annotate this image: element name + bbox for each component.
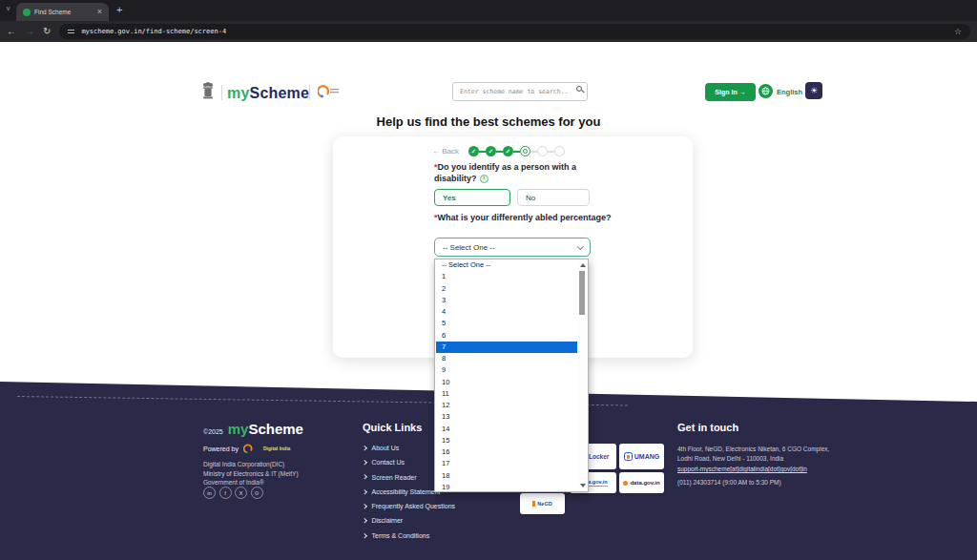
bookmark-star-icon[interactable]: ☆ [954,27,962,36]
dropdown-option[interactable]: 11 [436,388,577,400]
browser-tab[interactable]: Find Scheme × [16,3,109,21]
dropdown-option[interactable]: 2 [436,283,577,295]
national-emblem-icon [201,82,215,105]
instagram-icon[interactable]: ⊙ [251,487,263,499]
theme-toggle-button[interactable]: ☀ [805,82,822,99]
back-link[interactable]: ← Back [432,147,459,156]
dropdown-option[interactable]: 19 [436,482,577,493]
scheme-search [452,80,588,99]
chevron-right-icon [362,504,366,508]
url-bar[interactable]: myscheme.gov.in/find-scheme/screen-4 ☆ [59,24,970,39]
quick-link[interactable]: Frequently Asked Questions [363,503,455,509]
footer-org-line: Ministry of Electronics & IT (MeitY) [203,469,299,479]
forward-icon[interactable]: → [25,27,34,36]
quick-link[interactable]: Terms & Conditions [363,532,455,539]
percentage-select[interactable]: -- Select One -- [434,238,591,257]
contact-address: 4th Floor, NeGD, Electronics Niketan, 6 … [677,445,829,464]
language-globe-icon[interactable] [759,84,773,98]
facebook-icon[interactable]: f [219,487,232,499]
footer-org-lines: Digital India Corporation(DIC)Ministry o… [203,460,299,487]
url-text[interactable]: myscheme.gov.in/find-scheme/screen-4 [81,28,947,35]
search-input[interactable] [452,82,588,101]
dropdown-option[interactable]: 9 [436,364,577,376]
step-connector [496,151,503,153]
step-connector [530,151,537,153]
step-connector [479,151,486,153]
site-favicon-icon [23,9,31,16]
reload-icon[interactable]: ↻ [43,27,51,36]
step-4-current [520,146,530,156]
contact-phone: (011) 24303714 (9:00 AM to 5:30 PM) [677,479,781,486]
yes-button[interactable]: Yes [434,189,510,206]
dropdown-option[interactable]: 1 [436,271,577,282]
dropdown-scrollbar[interactable] [578,260,587,490]
page-title: Help us find the best schemes for you [0,114,977,129]
scroll-down-icon[interactable] [580,484,586,487]
question-disability: *Do you identify as a person with a disa… [434,162,615,184]
header-divider [221,85,222,100]
negd-logo-card[interactable]: NeGD [520,493,565,514]
powered-by: Powered by Digital India [203,443,290,455]
dropdown-option[interactable]: 14 [436,424,577,435]
social-links: infX⊙ [203,487,263,499]
browser-toolbar: ← → ↻ myscheme.gov.in/find-scheme/screen… [0,21,977,42]
step-5-todo [537,146,548,156]
footer-myscheme-logo[interactable]: myScheme [228,421,303,437]
digital-india-logo-icon [243,443,259,455]
quick-link[interactable]: Disclaimer [363,517,455,524]
data-gov-logo-card[interactable]: data.gov.in [619,472,664,493]
chevron-right-icon [362,446,366,450]
dropdown-option[interactable]: -- Select One -- [436,259,577,271]
site-info-icon[interactable] [68,29,74,35]
percentage-dropdown: -- Select One --123456789101112131415161… [434,259,589,492]
dropdown-option[interactable]: 12 [436,400,577,411]
dropdown-option[interactable]: 8 [436,353,577,364]
dropdown-option[interactable]: 15 [436,435,577,446]
language-selector[interactable]: English [777,88,802,96]
progress-stepper [468,146,565,156]
browser-window: ∨ Find Scheme × + ← → ↻ myscheme.gov.in/… [0,0,977,560]
dropdown-option[interactable]: 4 [436,306,577,318]
chevron-right-icon [362,519,366,524]
step-2-done [486,146,496,156]
x-icon[interactable]: X [235,487,247,499]
new-tab-button[interactable]: + [116,4,122,15]
myscheme-logo[interactable]: myScheme [227,85,309,102]
dropdown-option[interactable]: 10 [436,377,577,388]
tab-close-icon[interactable]: × [97,8,102,16]
quick-links-heading: Quick Links [363,422,422,433]
tab-title: Find Scheme [34,9,94,15]
tab-search-chevron-icon[interactable]: ∨ [6,5,10,12]
header-divider [309,85,310,100]
digital-india-wordmark: Digital India [263,446,290,452]
step-1-done [468,146,479,156]
digital-india-logo-icon [318,84,341,103]
search-icon[interactable] [576,86,582,92]
dropdown-option[interactable]: 16 [436,446,577,458]
dropdown-option[interactable]: 3 [436,295,577,306]
back-icon[interactable]: ← [7,27,16,36]
contact-email-link[interactable]: support-myscheme[at]digitalindia[dot]gov… [677,466,807,472]
dropdown-option[interactable]: 5 [436,318,577,329]
chevron-right-icon [362,475,366,480]
select-value: -- Select One -- [443,243,495,252]
scroll-up-icon[interactable] [580,263,586,267]
scrollbar-thumb[interactable] [579,271,585,315]
dropdown-option[interactable]: 13 [436,411,577,423]
sign-in-button[interactable]: Sign In → [705,83,756,101]
get-in-touch-heading: Get in touch [677,422,738,433]
dropdown-option[interactable]: 7 [436,342,577,353]
linkedin-icon[interactable]: in [203,487,216,499]
footer-org-line: Digital India Corporation(DIC) [203,460,299,469]
dropdown-option[interactable]: 6 [436,330,577,342]
umang-logo-card[interactable]: UMANG [619,444,664,469]
no-button[interactable]: No [517,189,590,206]
chevron-right-icon [362,460,366,465]
info-icon[interactable]: i [480,175,488,183]
step-connector [513,151,520,153]
dropdown-option[interactable]: 17 [436,458,577,469]
dropdown-option[interactable]: 18 [436,470,577,482]
copyright: ©2025 [203,428,223,435]
chevron-down-icon [577,243,583,249]
question-percentage: *What is your differently abled percenta… [434,213,615,224]
